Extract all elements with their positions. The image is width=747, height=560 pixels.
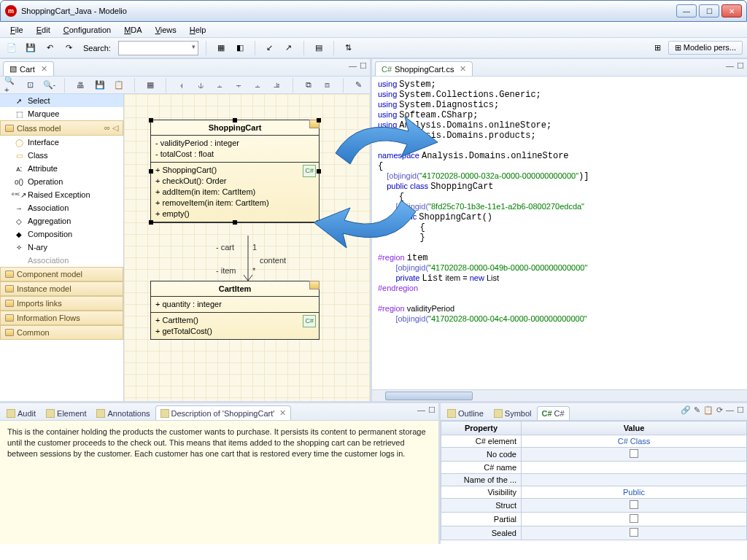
palette-group-imports-links[interactable]: Imports links [0,296,123,311]
minimize-button[interactable]: — [676,4,697,18]
language-badge: C# [303,165,316,177]
minimize-pane-icon[interactable]: — [726,61,734,71]
palette-select[interactable]: ➚Select [0,94,123,107]
tab-annotations[interactable]: Annotations [91,406,155,420]
align-right-icon[interactable]: ⫠ [213,78,226,93]
maximize-pane-icon[interactable]: ☐ [737,61,744,71]
palette-association[interactable]: →Association [0,201,123,214]
align-top-icon[interactable]: ⫟ [232,78,245,93]
tab-element[interactable]: Element [41,406,91,420]
minimize-pane-icon[interactable]: — [417,405,425,415]
save-diagram-icon[interactable]: 💾 [93,78,107,93]
tool-icon-1[interactable]: ▦ [214,41,228,55]
property-row[interactable]: Name of the ... [441,474,747,486]
attributes-section: + quantity : integer [151,297,319,313]
ungroup-icon[interactable]: ⧈ [321,78,334,93]
close-icon[interactable]: ✕ [279,408,286,418]
property-row[interactable]: No code [441,448,747,462]
code-editor[interactable]: using System; using System.Collections.G… [372,77,747,389]
zoom-out-icon[interactable]: 🔍- [42,78,55,93]
menu-views[interactable]: Views [150,24,182,36]
save-icon[interactable]: 💾 [23,41,38,55]
tab-outline[interactable]: Outline [442,406,489,420]
group-icon[interactable]: ⧉ [302,78,315,93]
palette-class[interactable]: ▭Class [0,149,123,162]
sort-icon[interactable]: ⇅ [341,41,356,55]
property-row[interactable]: C# name [441,462,747,474]
uml-class-cartitem[interactable]: CartItem + quantity : integer C# + CartI… [150,281,320,340]
palette-raised-exception[interactable]: ᵉˣᶜ↗Raised Exception [0,188,123,201]
copy-icon[interactable]: 📋 [703,405,713,415]
export-icon[interactable]: ↗ [282,41,296,55]
doc-icon[interactable]: ▤ [311,41,326,55]
palette-group-common[interactable]: Common [0,325,123,340]
perspective-button[interactable]: ⊞ Modelio pers... [668,41,743,55]
align-left-icon[interactable]: ⫞ [175,78,188,93]
menu-help[interactable]: Help [184,24,212,36]
property-row[interactable]: Partial [441,513,747,526]
tab-description[interactable]: Description of 'ShoppingCart'✕ [155,405,292,420]
diagram-canvas[interactable]: ShoppingCart - validityPeriod : integer … [124,94,370,401]
align-center-icon[interactable]: ⫝ [194,78,207,93]
edit-icon[interactable]: ✎ [694,405,700,415]
uml-class-shoppingcart[interactable]: ShoppingCart - validityPeriod : integer … [150,120,320,223]
property-row[interactable]: C# elementC# Class [441,435,747,448]
align-bottom-icon[interactable]: ⫡ [271,78,284,93]
col-value: Value [522,421,747,435]
style-icon[interactable]: ✎ [352,78,365,93]
palette-group-information-flows[interactable]: Information Flows [0,311,123,325]
palette-interface[interactable]: ◯Interface [0,136,123,149]
palette-attribute[interactable]: ᴀ:Attribute [0,162,123,175]
palette-group-class-model[interactable]: Class model∞ ◁ [0,120,123,136]
description-text[interactable]: This is the container holding the produc… [0,421,438,544]
tab-symbol[interactable]: Symbol [489,406,537,420]
search-input[interactable] [118,41,198,55]
menu-edit[interactable]: Edit [31,24,56,36]
menu-mda[interactable]: MDA [118,24,147,36]
close-button[interactable]: ✕ [721,4,742,18]
palette-group-component-model[interactable]: Component model [0,267,123,281]
menu-file[interactable]: File [4,24,29,36]
redo-icon[interactable]: ↷ [61,41,76,55]
new-icon[interactable]: 📄 [4,41,19,55]
class-name: CartItem [151,281,319,297]
tab-csharp[interactable]: C#C# [537,406,570,420]
print-icon[interactable]: 🖶 [74,78,87,93]
zoom-fit-icon[interactable]: ⊡ [23,78,36,93]
grid-icon[interactable]: ▦ [144,78,157,93]
menu-configuration[interactable]: Configuration [58,24,117,36]
zoom-in-icon[interactable]: 🔍+ [4,78,18,93]
copy-image-icon[interactable]: 📋 [112,78,125,93]
property-row[interactable]: Sealed [441,526,747,540]
align-middle-icon[interactable]: ⫠ [251,78,264,93]
minimize-pane-icon[interactable]: — [349,61,357,71]
dropdown-icon[interactable]: ▾ [192,43,196,50]
close-icon[interactable]: ✕ [41,64,47,74]
undo-icon[interactable]: ↶ [42,41,57,55]
palette-nary-association[interactable]: Association [0,254,123,267]
maximize-button[interactable]: ☐ [699,4,719,18]
tab-cart[interactable]: ▧ Cart ✕ [3,61,54,76]
property-row[interactable]: VisibilityPublic [441,486,747,499]
language-badge: C# [303,315,316,327]
tab-audit[interactable]: Audit [1,406,41,420]
property-row[interactable]: Struct [441,499,747,513]
tab-shoppingcart-cs[interactable]: C# ShoppingCart.cs ✕ [375,61,473,76]
close-icon[interactable]: ✕ [460,64,466,74]
horizontal-scrollbar[interactable] [372,389,747,401]
palette-composition[interactable]: ◆Composition [0,228,123,241]
import-icon[interactable]: ↙ [263,41,277,55]
tool-icon-2[interactable]: ◧ [233,41,247,55]
sync-icon[interactable]: 🔗 [681,405,691,415]
maximize-pane-icon[interactable]: ☐ [737,405,744,415]
maximize-pane-icon[interactable]: ☐ [428,405,436,415]
palette-marquee[interactable]: ⬚Marquee [0,107,123,120]
palette-group-instance-model[interactable]: Instance model [0,281,123,296]
palette-operation[interactable]: o()Operation [0,175,123,188]
palette-aggregation[interactable]: ◇Aggregation [0,214,123,228]
minimize-pane-icon[interactable]: — [726,405,734,415]
maximize-pane-icon[interactable]: ☐ [360,61,367,71]
perspective-picker-icon[interactable]: ⊞ [651,41,665,55]
refresh-icon[interactable]: ⟳ [716,405,723,415]
palette-nary[interactable]: ✧N-ary [0,241,123,254]
